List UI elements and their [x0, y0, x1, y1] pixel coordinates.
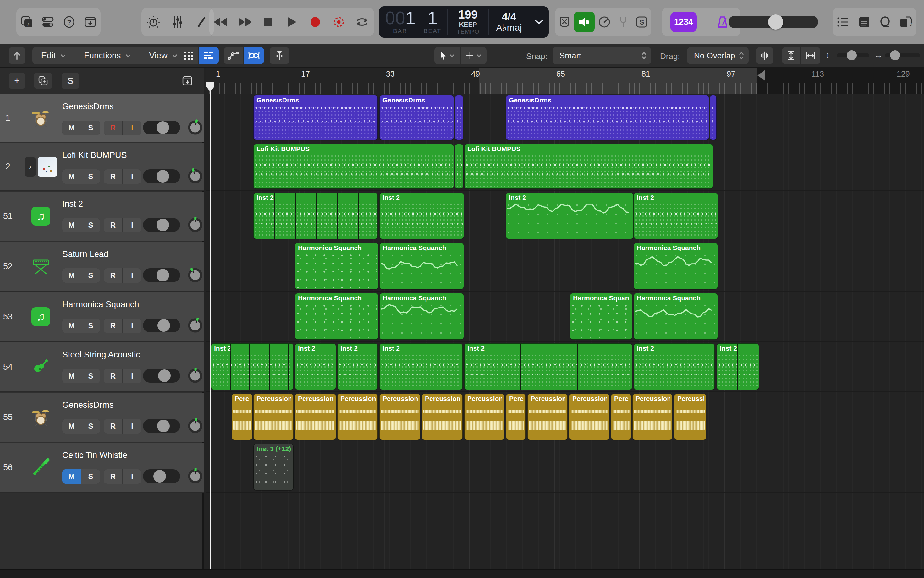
track-name[interactable]: Lofi Kit BUMPUS [62, 151, 127, 160]
midi-region-inst-2[interactable]: Inst 2 [464, 343, 632, 390]
mute-button[interactable]: M [62, 121, 81, 135]
midi-region-inst-3-12-[interactable]: Inst 3 (+12) [253, 444, 294, 490]
track-volume-knob[interactable] [153, 470, 166, 482]
grid-view-button[interactable] [179, 47, 198, 64]
lcd-position[interactable]: 001 BAR 1 BEAT [379, 6, 447, 38]
input-monitor-button[interactable]: I [123, 469, 142, 484]
record-button[interactable] [306, 13, 324, 31]
snap-select[interactable]: Smart [553, 47, 651, 64]
record-enable-button[interactable]: R [104, 318, 122, 333]
audio-region-percussioni[interactable]: Percussioni [379, 394, 420, 440]
vertical-auto-zoom-button[interactable] [782, 47, 800, 64]
audio-region-percussioni[interactable]: Percussioni [295, 394, 336, 440]
track-header-56[interactable]: 56Celtic Tin WhistleMSRI [0, 443, 204, 492]
track-volume-slider[interactable] [143, 121, 180, 135]
disclosure-button[interactable]: › [24, 157, 36, 177]
record-enable-button[interactable]: R [104, 369, 122, 383]
lcd-tempo[interactable]: 199 KEEP TEMPO [448, 6, 488, 38]
solo-mode-icon[interactable]: S [633, 13, 651, 31]
midi-region[interactable] [710, 95, 717, 140]
track-name[interactable]: Celtic Tin Whistle [62, 450, 127, 460]
midi-region-inst-2[interactable]: Inst 2 [379, 343, 463, 390]
pan-knob[interactable] [187, 119, 203, 136]
pan-knob[interactable] [187, 217, 203, 233]
record-enable-button[interactable]: R [104, 419, 122, 434]
bar-ruler[interactable]: 1173349658197113129 [206, 68, 924, 94]
record-enable-button[interactable]: R [104, 268, 122, 283]
pan-knob[interactable] [187, 168, 203, 184]
pan-knob[interactable] [187, 418, 203, 434]
track-volume-knob[interactable] [156, 121, 169, 134]
audio-region-percussioni[interactable]: Percussioni [422, 394, 463, 440]
pointer-tool-select[interactable] [434, 47, 460, 64]
track-header-51[interactable]: 51♫Inst 2MSRI [0, 192, 204, 241]
midi-region-lofi-kit-bumpus[interactable]: Lofi Kit BUMPUS [464, 144, 713, 189]
solo-button[interactable]: S [81, 369, 100, 383]
midi-region-harmonica-squanch[interactable]: Harmonica Squanch [295, 243, 378, 289]
track-header-55[interactable]: 55GenesisDrmsMSRI [0, 393, 204, 442]
capture-record-button[interactable] [330, 13, 348, 31]
flex-button[interactable] [270, 47, 289, 64]
mute-button[interactable]: M [62, 469, 81, 484]
track-name[interactable]: GenesisDrms [62, 102, 114, 112]
software-monitoring-button[interactable] [574, 11, 595, 32]
track-lane-56[interactable] [206, 443, 924, 492]
tuning-fork-icon[interactable] [614, 13, 632, 31]
track-volume-slider[interactable] [143, 419, 180, 433]
track-header-2[interactable]: 2›Lofi Kit BUMPUSMSRI [0, 143, 204, 191]
input-monitor-button[interactable]: I [123, 218, 142, 232]
lcd-key-signature[interactable]: 4/4 A♭maj [489, 6, 530, 38]
drag-select[interactable]: No Overlap [687, 47, 748, 64]
horizontal-zoom-knob[interactable] [890, 50, 900, 60]
audio-region-percussioni[interactable]: Percussioni [569, 394, 609, 440]
collapse-headers-button[interactable] [179, 73, 196, 89]
midi-region-genesisdrms[interactable]: GenesisDrms [506, 95, 709, 140]
secondary-tool-select[interactable] [461, 47, 486, 64]
track-volume-slider[interactable] [143, 469, 180, 483]
audio-region-percussioni[interactable]: Percussioni [464, 394, 504, 440]
track-volume-knob[interactable] [158, 319, 170, 332]
mute-button[interactable]: M [62, 218, 81, 232]
project-end-marker[interactable] [757, 70, 765, 81]
input-monitor-button[interactable]: I [123, 268, 142, 283]
midi-region-inst-2[interactable]: Inst 2 [717, 343, 759, 390]
audio-region-percussioni[interactable]: Percussioni [337, 394, 378, 440]
record-enable-button[interactable]: R [104, 169, 122, 184]
note-pads-icon[interactable] [855, 13, 874, 31]
midi-region-harmonica-squan[interactable]: Harmonica Squan [570, 293, 632, 339]
mute-button[interactable]: M [62, 318, 81, 333]
rewind-button[interactable] [212, 13, 230, 31]
audio-region-percussi[interactable]: Percussi [674, 394, 706, 440]
input-monitor-off-icon[interactable] [555, 13, 574, 31]
pencil-icon[interactable] [193, 13, 211, 31]
record-enable-button[interactable]: R [104, 121, 122, 135]
hide-toolbar-button[interactable] [9, 47, 25, 64]
input-monitor-button[interactable]: I [123, 318, 142, 333]
track-header-54[interactable]: 54Steel String AcousticMSRI [0, 343, 204, 392]
functions-menu[interactable]: Functions [75, 47, 140, 64]
solo-button[interactable]: S [81, 218, 100, 232]
forward-button[interactable] [236, 13, 254, 31]
quick-help-icon[interactable]: ? [60, 13, 78, 31]
audio-region-perc[interactable]: Perc [232, 394, 252, 440]
performance-gauge-icon[interactable] [595, 13, 613, 31]
midi-region-genesisdrms[interactable]: GenesisDrms [253, 95, 378, 140]
record-enable-button[interactable]: R [104, 469, 122, 484]
solo-button[interactable]: S [81, 469, 100, 484]
midi-region-genesisdrms[interactable]: GenesisDrms [379, 95, 454, 140]
tuner-dial-icon[interactable] [144, 13, 163, 31]
solo-button[interactable]: S [81, 268, 100, 283]
track-name[interactable]: Inst 2 [62, 199, 83, 209]
volume-knob[interactable] [768, 15, 783, 29]
project-audio-icon[interactable]: ♪ [18, 13, 36, 31]
input-monitor-button[interactable]: I [123, 121, 142, 135]
vertical-zoom-slider[interactable] [837, 54, 869, 57]
horizontal-auto-zoom-button[interactable] [801, 47, 820, 64]
mute-button[interactable]: M [62, 169, 81, 184]
solo-button[interactable]: S [81, 121, 100, 135]
track-name[interactable]: GenesisDrms [62, 400, 114, 410]
count-in-button[interactable]: 1234 [670, 11, 697, 32]
cycle-button[interactable] [353, 13, 371, 31]
track-volume-knob[interactable] [158, 369, 171, 382]
midi-region-inst-2[interactable]: Inst 2 [295, 343, 336, 390]
